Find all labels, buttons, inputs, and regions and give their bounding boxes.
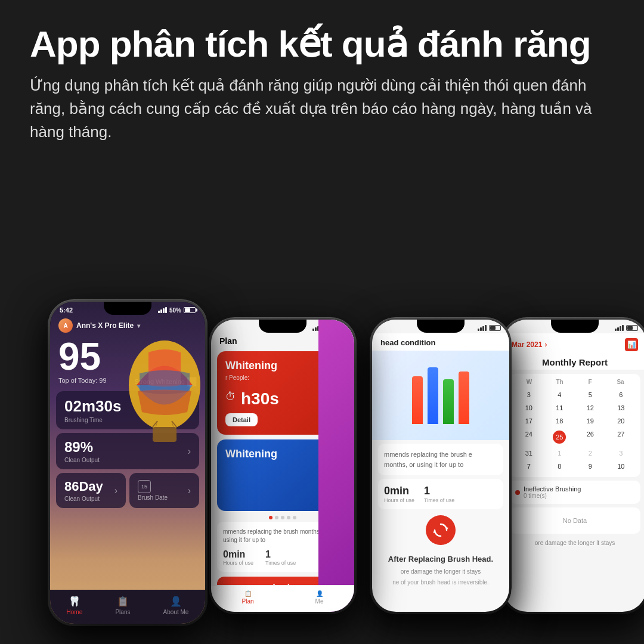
cal-20: 20 — [606, 415, 636, 427]
main-title: App phân tích kết quả đánh răng — [30, 24, 614, 64]
phone3-wrapper: - head condition — [370, 317, 512, 614]
phone2-purple-stripe — [318, 320, 354, 612]
phone1-avatar: A — [58, 318, 73, 333]
phone2-me-icon: 👤 — [316, 590, 323, 597]
person-icon: 👤 — [170, 596, 182, 607]
phone2-nav-me[interactable]: 👤 Me — [315, 590, 324, 605]
phone2-plan-icon: 📋 — [244, 590, 252, 597]
brush-head-4 — [459, 371, 469, 424]
phone3-notch — [417, 320, 465, 333]
phone3-outer: - head condition — [370, 317, 512, 614]
phone2-usage-times: 1 Times of use — [265, 549, 296, 566]
title-section: App phân tích kết quả đánh răng Ứng dụng… — [30, 24, 614, 144]
phone3-info: mmends replacing the brush e months, or … — [378, 444, 503, 475]
phone3-replace-btn[interactable] — [426, 515, 456, 545]
phone3-hours-label: Hours of use — [384, 497, 414, 503]
phone2-nav-plan-label: Plan — [242, 598, 254, 605]
phone1-user: A Ann's X Pro Elite ▾ — [58, 318, 140, 333]
phone1-bottom-cards: 86Day Clean Output › 15 Brush Date — [56, 473, 199, 508]
cal-11: 11 — [545, 402, 575, 414]
phone1-chevron3[interactable]: › — [188, 485, 191, 496]
phone3-note: ne of your brush head is irreversible. — [372, 576, 509, 589]
phone2-notch — [259, 320, 306, 333]
cal-3: 3 — [514, 389, 544, 401]
phone2-hours-label: Hours of use — [223, 560, 253, 566]
phone4-wrapper: - Mar — [501, 317, 644, 614]
phone4-status-right — [615, 324, 638, 331]
phone4-frame: - Mar — [503, 320, 644, 612]
phone2-nav-plan[interactable]: 📋 Plan — [242, 590, 254, 605]
phones-section: 5:42 50% — [30, 162, 614, 626]
phone3-usage-times: 1 Times of use — [424, 485, 454, 503]
phone1-outer: 5:42 50% — [48, 299, 208, 626]
cal-header-w: W — [514, 379, 544, 385]
phone2-frame: 4G Plan All Whitening — [211, 320, 354, 612]
phone1-battery-icon — [184, 307, 196, 313]
phone3-status-right — [478, 324, 501, 331]
dot-3 — [281, 516, 284, 519]
phone1-notch — [104, 302, 151, 315]
tooth-icon: 🦷 — [69, 596, 80, 607]
phone1-clean-percent: 89% — [64, 439, 100, 456]
phone2-min-val: 0min — [223, 549, 253, 560]
phone3-frame: - head condition — [372, 320, 509, 612]
phone2-outer: 4G Plan All Whitening — [209, 317, 357, 614]
balloon-icon — [119, 335, 205, 448]
subtitle: Ứng dụng phân tích kết quả đánh răng giú… — [30, 74, 596, 144]
phone1-nav-home[interactable]: 🦷 Home — [67, 596, 83, 615]
phone3-usage-min: 0min Hours of use — [384, 485, 414, 503]
phone3-brush-image — [372, 351, 509, 440]
cal-10b: 10 — [606, 460, 636, 472]
phone1-chevron2[interactable]: › — [114, 485, 117, 496]
cal-12: 12 — [575, 402, 605, 414]
cal-31: 31 — [514, 447, 544, 459]
phone3-content: - head condition — [372, 320, 509, 612]
cal-13: 13 — [606, 402, 636, 414]
cal-18: 18 — [545, 415, 575, 427]
phone4-arrow-icon: › — [544, 340, 547, 349]
phone1-nav-plans[interactable]: 📋 Plans — [115, 596, 130, 615]
phone4-header: Mar 2021 › 📊 — [503, 333, 644, 355]
cal-header-sa: Sa — [605, 379, 636, 385]
svg-rect-1 — [153, 427, 177, 442]
phone3-times-label: Times of use — [424, 497, 454, 503]
phone4-no-data: No Data — [509, 507, 640, 534]
phone3-battery-icon — [489, 325, 501, 331]
phone2-bottom-nav: 📋 Plan 👤 Me — [211, 585, 354, 612]
phone1-top-score: Top of Today: 99 — [58, 377, 107, 386]
legend-dot-icon — [515, 490, 520, 495]
phone1-wrapper: 5:42 50% — [48, 299, 208, 626]
phone2-content: 4G Plan All Whitening — [211, 320, 354, 612]
cal-24: 24 — [514, 428, 544, 446]
phone1-brush-date-label: Brush Date — [138, 494, 168, 501]
phone4-month: Mar 2021 › — [512, 340, 547, 349]
cal-17: 17 — [514, 415, 544, 427]
phone4-notch — [551, 320, 599, 333]
phone1-bottom-nav: 🦷 Home 📋 Plans 👤 About Me — [50, 590, 205, 624]
phone4-signal — [615, 325, 624, 331]
phone1-nav-about[interactable]: 👤 About Me — [163, 596, 189, 615]
phone4-report-icon: 📊 — [625, 338, 638, 351]
phone1-nav-about-label: About Me — [163, 609, 189, 615]
phone3-after-text: After Replacing Brush Head. — [372, 551, 509, 567]
phone1-username: Ann's X Pro Elite — [76, 321, 134, 330]
phone4-legend-sub: 0 time(s) — [524, 493, 581, 499]
phone1-day-card: 86Day Clean Output › — [56, 473, 126, 508]
phone1-nav-plans-label: Plans — [115, 609, 130, 615]
main-container: App phân tích kết quả đánh răng Ứng dụng… — [0, 0, 644, 644]
phone1-frame: 5:42 50% — [50, 302, 205, 624]
phone2-plan-label: Plan — [219, 336, 237, 346]
cal-5: 5 — [575, 389, 605, 401]
cal-header-th: Th — [544, 379, 575, 385]
dot-1 — [269, 516, 273, 519]
phone3-times-val: 1 — [424, 485, 454, 497]
phone1-nav-home-label: Home — [67, 609, 83, 615]
cal-header-f: F — [575, 379, 605, 385]
phone3-usage-row: 0min Hours of use 1 Times of use — [384, 485, 497, 503]
phone1-day-label: Clean Output — [64, 496, 103, 502]
phone1-time: 5:42 — [60, 306, 73, 314]
cal-7: 7 — [514, 460, 544, 472]
phone4-legend-text: Ineffective Brushing — [524, 485, 581, 493]
phone2-detail-btn[interactable]: Detail — [225, 413, 258, 426]
cal-10: 10 — [514, 402, 544, 414]
